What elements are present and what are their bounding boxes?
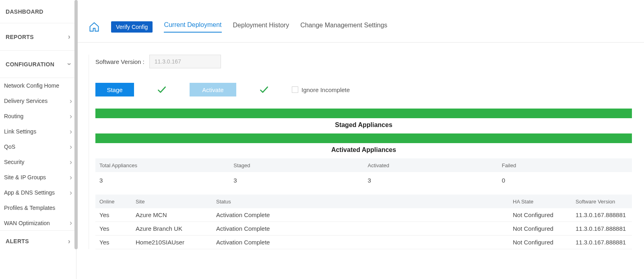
cell-site: Home210SIAUser [136, 239, 216, 246]
sidebar-item-label: Routing [4, 113, 23, 119]
cell-site: Azure Branch UK [136, 225, 216, 232]
tab-change-management-settings[interactable]: Change Management Settings [300, 22, 387, 32]
sidebar-item-security[interactable]: Security › [0, 154, 76, 170]
sidebar-item-label: QoS [4, 144, 15, 150]
chevron-right-icon: › [70, 189, 72, 197]
table-row: Yes Azure Branch UK Activation Complete … [95, 222, 632, 236]
tab-deployment-history[interactable]: Deployment History [233, 22, 289, 32]
sidebar-item-site-ip-groups[interactable]: Site & IP Groups › [0, 170, 76, 185]
software-version-label: Software Version : [95, 58, 144, 65]
activated-appliances-label: Activated Appliances [95, 143, 632, 158]
sidebar-item-routing[interactable]: Routing › [0, 109, 76, 124]
summary-col-failed: Failed [498, 162, 632, 168]
sidebar-item-label: Security [4, 159, 25, 165]
tab-bar: Verify Config Current Deployment Deploym… [76, 0, 644, 43]
summary-col-staged: Staged [229, 162, 363, 168]
ignore-incomplete-label: Ignore Incomplete [301, 86, 350, 93]
chevron-down-icon: › [65, 63, 73, 65]
summary-table-row: 3 3 3 0 [95, 172, 632, 188]
appliances-table-header: Online Site Status HA State Software Ver… [95, 195, 632, 208]
cell-online: Yes [95, 239, 136, 246]
cell-ha-state: Not Configured [513, 239, 576, 246]
summary-col-total: Total Appliances [95, 162, 229, 168]
chevron-right-icon: › [70, 158, 72, 166]
col-ha-state: HA State [513, 199, 576, 205]
sidebar-item-network-config-home[interactable]: Network Config Home [0, 78, 76, 93]
chevron-right-icon: › [68, 33, 70, 41]
sidebar-item-delivery-services[interactable]: Delivery Services › [0, 93, 76, 109]
nav-reports-label: REPORTS [6, 34, 34, 40]
summary-total-value: 3 [95, 177, 229, 184]
cell-software-version: 11.3.0.167.888881 [576, 239, 632, 246]
home-icon [89, 21, 100, 33]
sidebar-item-label: Delivery Services [4, 98, 47, 104]
nav-dashboard[interactable]: DASHBOARD [0, 0, 76, 23]
main-content: Verify Config Current Deployment Deploym… [76, 0, 644, 279]
tab-label: Current Deployment [164, 21, 221, 28]
table-row: Yes Azure MCN Activation Complete Not Co… [95, 208, 632, 222]
sidebar-item-app-dns-settings[interactable]: App & DNS Settings › [0, 185, 76, 200]
cell-software-version: 11.3.0.167.888881 [576, 211, 632, 218]
sidebar-item-label: Network Config Home [4, 82, 59, 89]
col-software-version: Software Version [576, 199, 632, 205]
chevron-right-icon: › [70, 219, 72, 227]
summary-table: Total Appliances Staged Activated Failed… [95, 158, 632, 188]
stage-button[interactable]: Stage [95, 83, 134, 96]
nav-alerts[interactable]: ALERTS › [0, 231, 76, 252]
software-version-input[interactable] [149, 55, 221, 68]
summary-staged-value: 3 [229, 177, 363, 184]
chevron-right-icon: › [70, 127, 72, 136]
sidebar-scrollbar[interactable] [74, 0, 78, 249]
summary-table-header: Total Appliances Staged Activated Failed [95, 158, 632, 172]
nav-configuration[interactable]: CONFIGURATION › [0, 51, 76, 78]
chevron-right-icon: › [70, 143, 72, 151]
stage-button-label: Stage [107, 86, 122, 93]
sidebar-item-qos[interactable]: QoS › [0, 139, 76, 154]
table-row: Yes Home210SIAUser Activation Complete N… [95, 236, 632, 249]
sidebar-item-label: Site & IP Groups [4, 174, 46, 181]
cell-ha-state: Not Configured [513, 211, 576, 218]
chevron-right-icon: › [68, 237, 70, 246]
home-button[interactable] [89, 21, 100, 33]
ignore-incomplete-checkbox[interactable] [292, 86, 298, 93]
software-version-row: Software Version : [95, 55, 632, 68]
cell-status: Activation Complete [216, 211, 513, 218]
summary-failed-value: 0 [498, 177, 632, 184]
check-icon [259, 84, 269, 95]
sidebar-item-wan-optimization[interactable]: WAN Optimization › [0, 215, 76, 231]
cell-site: Azure MCN [136, 211, 216, 218]
cell-online: Yes [95, 225, 136, 232]
sidebar-item-link-settings[interactable]: Link Settings › [0, 124, 76, 139]
sidebar-item-label: App & DNS Settings [4, 189, 55, 196]
cell-online: Yes [95, 211, 136, 218]
ignore-incomplete-wrap: Ignore Incomplete [292, 86, 350, 93]
staged-progress-bar [95, 109, 632, 118]
tab-current-deployment[interactable]: Current Deployment [164, 21, 221, 33]
sidebar: DASHBOARD REPORTS › CONFIGURATION › Netw… [0, 0, 76, 279]
activate-button[interactable]: Activate [190, 83, 236, 96]
summary-activated-value: 3 [364, 177, 498, 184]
staged-appliances-label: Staged Appliances [95, 118, 632, 133]
col-online: Online [95, 199, 136, 205]
activate-button-label: Activate [202, 86, 223, 93]
chevron-right-icon: › [70, 112, 72, 121]
sidebar-item-label: Link Settings [4, 128, 36, 135]
sidebar-item-label: WAN Optimization [4, 220, 50, 226]
col-status: Status [216, 199, 513, 205]
nav-dashboard-label: DASHBOARD [6, 8, 43, 15]
cell-status: Activation Complete [216, 225, 513, 232]
check-icon [157, 84, 167, 95]
nav-configuration-label: CONFIGURATION [6, 61, 54, 68]
nav-reports[interactable]: REPORTS › [0, 23, 76, 51]
cell-software-version: 11.3.0.167.888881 [576, 225, 632, 232]
nav-alerts-label: ALERTS [6, 238, 29, 244]
activated-progress-bar [95, 133, 632, 143]
action-row: Stage Activate Ignore Incomplete [95, 83, 632, 96]
verify-config-button[interactable]: Verify Config [111, 21, 153, 33]
tab-label: Deployment History [233, 22, 289, 29]
sidebar-item-profiles-templates[interactable]: Profiles & Templates [0, 200, 76, 215]
chevron-right-icon: › [70, 97, 72, 105]
summary-col-activated: Activated [364, 162, 498, 168]
sidebar-item-label: Profiles & Templates [4, 205, 55, 211]
appliances-table: Online Site Status HA State Software Ver… [95, 195, 632, 249]
